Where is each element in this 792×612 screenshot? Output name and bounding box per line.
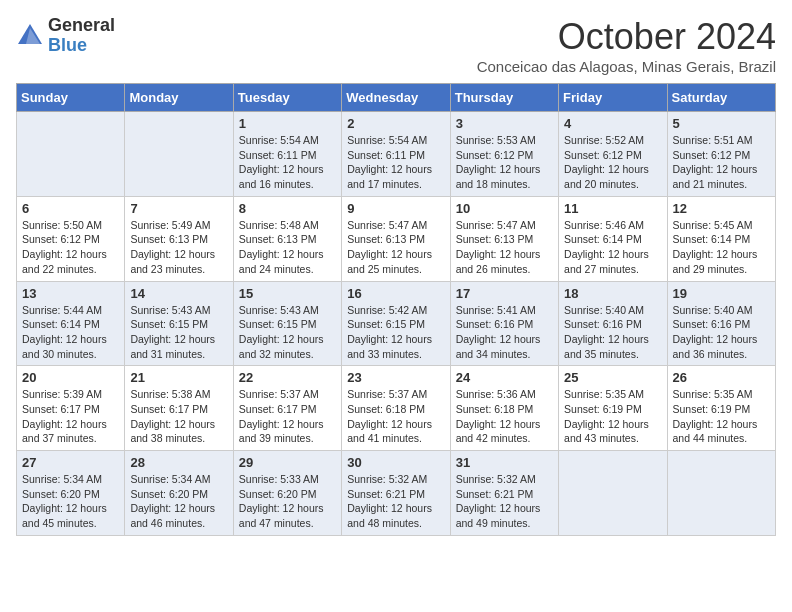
- calendar-cell: 29Sunrise: 5:33 AM Sunset: 6:20 PM Dayli…: [233, 451, 341, 536]
- day-number: 10: [456, 201, 553, 216]
- calendar-cell: 1Sunrise: 5:54 AM Sunset: 6:11 PM Daylig…: [233, 112, 341, 197]
- day-number: 18: [564, 286, 661, 301]
- calendar-cell: 8Sunrise: 5:48 AM Sunset: 6:13 PM Daylig…: [233, 196, 341, 281]
- day-info: Sunrise: 5:46 AM Sunset: 6:14 PM Dayligh…: [564, 218, 661, 277]
- day-number: 7: [130, 201, 227, 216]
- day-number: 23: [347, 370, 444, 385]
- title-area: October 2024 Conceicao das Alagoas, Mina…: [477, 16, 776, 75]
- col-header-monday: Monday: [125, 84, 233, 112]
- calendar-cell: 10Sunrise: 5:47 AM Sunset: 6:13 PM Dayli…: [450, 196, 558, 281]
- calendar-cell: 20Sunrise: 5:39 AM Sunset: 6:17 PM Dayli…: [17, 366, 125, 451]
- calendar-cell: 28Sunrise: 5:34 AM Sunset: 6:20 PM Dayli…: [125, 451, 233, 536]
- day-number: 11: [564, 201, 661, 216]
- day-info: Sunrise: 5:54 AM Sunset: 6:11 PM Dayligh…: [347, 133, 444, 192]
- page-header: General Blue October 2024 Conceicao das …: [16, 16, 776, 75]
- day-number: 15: [239, 286, 336, 301]
- day-info: Sunrise: 5:34 AM Sunset: 6:20 PM Dayligh…: [130, 472, 227, 531]
- calendar-cell: 19Sunrise: 5:40 AM Sunset: 6:16 PM Dayli…: [667, 281, 775, 366]
- day-number: 16: [347, 286, 444, 301]
- day-info: Sunrise: 5:32 AM Sunset: 6:21 PM Dayligh…: [347, 472, 444, 531]
- day-number: 22: [239, 370, 336, 385]
- calendar-header-row: SundayMondayTuesdayWednesdayThursdayFrid…: [17, 84, 776, 112]
- col-header-thursday: Thursday: [450, 84, 558, 112]
- day-info: Sunrise: 5:35 AM Sunset: 6:19 PM Dayligh…: [673, 387, 770, 446]
- day-info: Sunrise: 5:42 AM Sunset: 6:15 PM Dayligh…: [347, 303, 444, 362]
- calendar-table: SundayMondayTuesdayWednesdayThursdayFrid…: [16, 83, 776, 536]
- calendar-cell: 18Sunrise: 5:40 AM Sunset: 6:16 PM Dayli…: [559, 281, 667, 366]
- day-number: 21: [130, 370, 227, 385]
- calendar-cell: 4Sunrise: 5:52 AM Sunset: 6:12 PM Daylig…: [559, 112, 667, 197]
- calendar-cell: 27Sunrise: 5:34 AM Sunset: 6:20 PM Dayli…: [17, 451, 125, 536]
- day-number: 25: [564, 370, 661, 385]
- calendar-cell: 31Sunrise: 5:32 AM Sunset: 6:21 PM Dayli…: [450, 451, 558, 536]
- calendar-cell: 23Sunrise: 5:37 AM Sunset: 6:18 PM Dayli…: [342, 366, 450, 451]
- day-info: Sunrise: 5:39 AM Sunset: 6:17 PM Dayligh…: [22, 387, 119, 446]
- day-info: Sunrise: 5:43 AM Sunset: 6:15 PM Dayligh…: [239, 303, 336, 362]
- day-info: Sunrise: 5:52 AM Sunset: 6:12 PM Dayligh…: [564, 133, 661, 192]
- day-info: Sunrise: 5:45 AM Sunset: 6:14 PM Dayligh…: [673, 218, 770, 277]
- calendar-cell: 7Sunrise: 5:49 AM Sunset: 6:13 PM Daylig…: [125, 196, 233, 281]
- day-info: Sunrise: 5:35 AM Sunset: 6:19 PM Dayligh…: [564, 387, 661, 446]
- day-info: Sunrise: 5:48 AM Sunset: 6:13 PM Dayligh…: [239, 218, 336, 277]
- location: Conceicao das Alagoas, Minas Gerais, Bra…: [477, 58, 776, 75]
- day-number: 26: [673, 370, 770, 385]
- day-number: 1: [239, 116, 336, 131]
- day-info: Sunrise: 5:40 AM Sunset: 6:16 PM Dayligh…: [673, 303, 770, 362]
- day-number: 12: [673, 201, 770, 216]
- day-info: Sunrise: 5:47 AM Sunset: 6:13 PM Dayligh…: [347, 218, 444, 277]
- day-number: 28: [130, 455, 227, 470]
- col-header-wednesday: Wednesday: [342, 84, 450, 112]
- logo-text: General Blue: [48, 16, 115, 56]
- logo-general: General: [48, 15, 115, 35]
- col-header-sunday: Sunday: [17, 84, 125, 112]
- calendar-cell: 14Sunrise: 5:43 AM Sunset: 6:15 PM Dayli…: [125, 281, 233, 366]
- day-info: Sunrise: 5:32 AM Sunset: 6:21 PM Dayligh…: [456, 472, 553, 531]
- day-number: 2: [347, 116, 444, 131]
- day-number: 14: [130, 286, 227, 301]
- col-header-friday: Friday: [559, 84, 667, 112]
- logo-icon: [16, 22, 44, 50]
- calendar-cell: [559, 451, 667, 536]
- logo: General Blue: [16, 16, 115, 56]
- day-info: Sunrise: 5:51 AM Sunset: 6:12 PM Dayligh…: [673, 133, 770, 192]
- calendar-cell: 25Sunrise: 5:35 AM Sunset: 6:19 PM Dayli…: [559, 366, 667, 451]
- logo-blue: Blue: [48, 35, 87, 55]
- day-info: Sunrise: 5:43 AM Sunset: 6:15 PM Dayligh…: [130, 303, 227, 362]
- day-number: 30: [347, 455, 444, 470]
- day-number: 8: [239, 201, 336, 216]
- calendar-week-row: 6Sunrise: 5:50 AM Sunset: 6:12 PM Daylig…: [17, 196, 776, 281]
- day-number: 19: [673, 286, 770, 301]
- day-number: 6: [22, 201, 119, 216]
- day-number: 9: [347, 201, 444, 216]
- calendar-cell: 5Sunrise: 5:51 AM Sunset: 6:12 PM Daylig…: [667, 112, 775, 197]
- day-number: 27: [22, 455, 119, 470]
- calendar-cell: 9Sunrise: 5:47 AM Sunset: 6:13 PM Daylig…: [342, 196, 450, 281]
- calendar-cell: 21Sunrise: 5:38 AM Sunset: 6:17 PM Dayli…: [125, 366, 233, 451]
- day-number: 29: [239, 455, 336, 470]
- calendar-cell: 15Sunrise: 5:43 AM Sunset: 6:15 PM Dayli…: [233, 281, 341, 366]
- day-info: Sunrise: 5:37 AM Sunset: 6:17 PM Dayligh…: [239, 387, 336, 446]
- calendar-cell: 24Sunrise: 5:36 AM Sunset: 6:18 PM Dayli…: [450, 366, 558, 451]
- calendar-cell: 16Sunrise: 5:42 AM Sunset: 6:15 PM Dayli…: [342, 281, 450, 366]
- calendar-cell: 22Sunrise: 5:37 AM Sunset: 6:17 PM Dayli…: [233, 366, 341, 451]
- calendar-week-row: 27Sunrise: 5:34 AM Sunset: 6:20 PM Dayli…: [17, 451, 776, 536]
- day-info: Sunrise: 5:36 AM Sunset: 6:18 PM Dayligh…: [456, 387, 553, 446]
- day-number: 17: [456, 286, 553, 301]
- calendar-cell: 11Sunrise: 5:46 AM Sunset: 6:14 PM Dayli…: [559, 196, 667, 281]
- calendar-cell: 12Sunrise: 5:45 AM Sunset: 6:14 PM Dayli…: [667, 196, 775, 281]
- day-number: 4: [564, 116, 661, 131]
- day-number: 24: [456, 370, 553, 385]
- day-number: 13: [22, 286, 119, 301]
- day-info: Sunrise: 5:34 AM Sunset: 6:20 PM Dayligh…: [22, 472, 119, 531]
- day-info: Sunrise: 5:38 AM Sunset: 6:17 PM Dayligh…: [130, 387, 227, 446]
- calendar-week-row: 1Sunrise: 5:54 AM Sunset: 6:11 PM Daylig…: [17, 112, 776, 197]
- calendar-week-row: 13Sunrise: 5:44 AM Sunset: 6:14 PM Dayli…: [17, 281, 776, 366]
- month-year: October 2024: [477, 16, 776, 58]
- calendar-cell: 26Sunrise: 5:35 AM Sunset: 6:19 PM Dayli…: [667, 366, 775, 451]
- day-info: Sunrise: 5:33 AM Sunset: 6:20 PM Dayligh…: [239, 472, 336, 531]
- day-number: 5: [673, 116, 770, 131]
- calendar-cell: 17Sunrise: 5:41 AM Sunset: 6:16 PM Dayli…: [450, 281, 558, 366]
- calendar-cell: [17, 112, 125, 197]
- col-header-tuesday: Tuesday: [233, 84, 341, 112]
- col-header-saturday: Saturday: [667, 84, 775, 112]
